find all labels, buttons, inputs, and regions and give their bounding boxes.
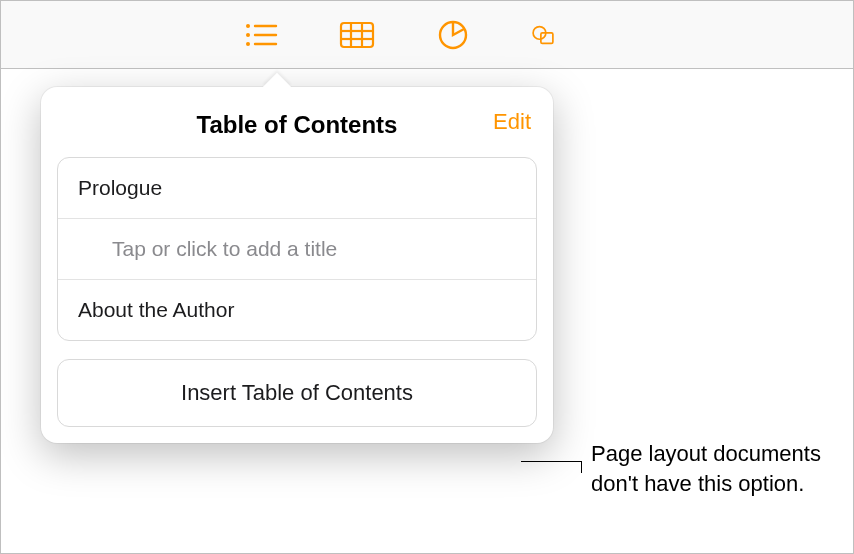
toc-popover: Table of Contents Edit Prologue Tap or c…	[41, 87, 553, 443]
list-icon[interactable]	[243, 17, 279, 53]
toc-item[interactable]: Prologue	[58, 158, 536, 219]
toc-item[interactable]: About the Author	[58, 280, 536, 340]
chart-icon[interactable]	[435, 17, 471, 53]
toolbar	[1, 1, 853, 69]
insert-toc-button[interactable]: Insert Table of Contents	[57, 359, 537, 427]
toc-item-placeholder[interactable]: Tap or click to add a title	[58, 219, 536, 280]
callout-text: Page layout documents don't have this op…	[591, 439, 835, 498]
svg-point-4	[246, 42, 250, 46]
table-icon[interactable]	[339, 17, 375, 53]
edit-button[interactable]: Edit	[493, 109, 531, 135]
svg-point-0	[246, 24, 250, 28]
shape-icon[interactable]	[531, 17, 555, 53]
svg-rect-6	[341, 23, 373, 47]
popover-title: Table of Contents	[197, 111, 398, 139]
toc-list: Prologue Tap or click to add a title Abo…	[57, 157, 537, 341]
callout-leader-line	[521, 461, 581, 462]
svg-point-2	[246, 33, 250, 37]
